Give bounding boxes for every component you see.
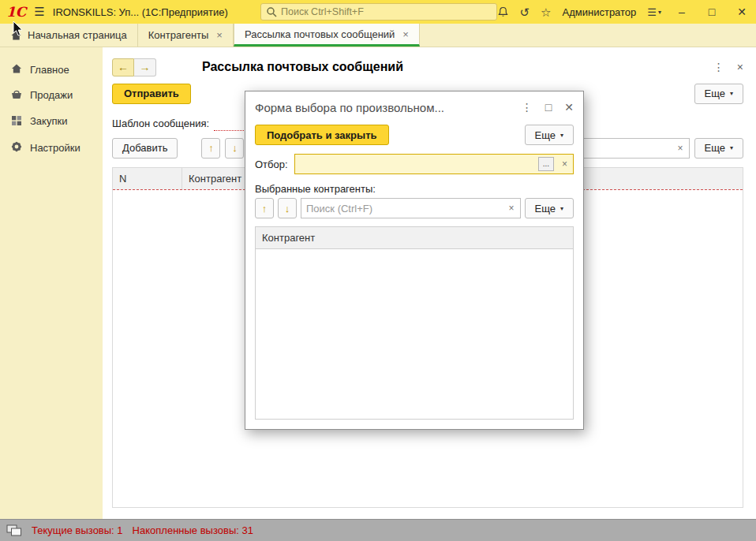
notifications-bell-icon[interactable] [497, 6, 509, 18]
app-title: IRONSKILLS: Уп... (1С:Предприятие) [53, 6, 228, 18]
tab-home[interactable]: Начальная страница [0, 24, 138, 47]
form-close-icon[interactable]: × [737, 62, 743, 73]
column-header-contractor[interactable]: Контрагент [182, 168, 248, 189]
favorites-star-icon[interactable]: ☆ [541, 6, 551, 18]
selection-dialog: Форма выбора по произвольном... ⋮ □ ✕ По… [245, 91, 584, 430]
sidebar-item-sales[interactable]: Продажи [0, 82, 103, 108]
dialog-maximize-icon[interactable]: □ [545, 102, 552, 113]
dialog-more-button[interactable]: Еще ▾ [525, 125, 574, 145]
dialog-header[interactable]: Форма выбора по произвольном... ⋮ □ ✕ [245, 91, 583, 123]
filter-input[interactable] [295, 159, 538, 170]
column-header-n[interactable]: N [113, 168, 182, 189]
dialog-title: Форма выбора по произвольном... [255, 101, 522, 114]
dialog-search-row: ↑ ↓ × Еще ▾ [245, 198, 583, 218]
sidebar: Главное Продажи Закупки [0, 47, 103, 519]
tab-contractors[interactable]: Контрагенты × [138, 24, 234, 47]
home-icon [9, 63, 23, 76]
statusbar: Текущие вызовы: 1 Накопленные вызовы: 31 [0, 519, 756, 541]
add-button[interactable]: Добавить [112, 138, 178, 159]
sidebar-item-label: Настройки [30, 142, 80, 154]
current-user-label: Администратор [563, 6, 637, 18]
accumulated-calls-value: 31 [241, 524, 253, 536]
minimize-button[interactable]: – [672, 6, 691, 18]
selected-contractors-table[interactable]: Контрагент [255, 226, 574, 420]
dialog-search-input[interactable] [301, 203, 503, 215]
selected-contractors-label: Выбранные контрагенты: [255, 183, 574, 195]
chevron-down-icon: ▾ [560, 205, 563, 212]
maximize-button[interactable]: □ [702, 6, 721, 18]
template-label: Шаблон сообщения: [112, 118, 209, 129]
dialog-search-field[interactable]: × [301, 198, 521, 218]
search-icon [266, 6, 277, 17]
pick-and-close-button[interactable]: Подобрать и закрыть [255, 125, 389, 145]
choose-button[interactable]: ... [538, 157, 554, 171]
back-button[interactable]: ← [112, 58, 134, 76]
current-calls-text: Текущие вызовы: 1 [32, 524, 123, 536]
form-actions: ⋮ × [713, 62, 743, 73]
sidebar-item-label: Главное [30, 64, 69, 76]
tab-close-icon[interactable]: × [402, 28, 409, 40]
clear-filter-icon[interactable]: × [556, 159, 573, 170]
tabbar: Начальная страница Контрагенты × Рассылк… [0, 24, 756, 47]
sidebar-item-purchases[interactable]: Закупки [0, 108, 103, 134]
tab-label: Контрагенты [148, 29, 209, 41]
back-arrow-icon: ← [118, 61, 129, 73]
current-calls-value: 1 [117, 524, 122, 536]
global-search-input[interactable] [281, 6, 492, 17]
arrow-up-icon: ↑ [262, 203, 268, 215]
column-header-contractor[interactable]: Контрагент [256, 227, 573, 249]
boxes-icon [9, 114, 23, 128]
filter-field[interactable]: ... × [294, 154, 574, 174]
arrow-down-icon: ↓ [285, 203, 290, 215]
chevron-down-icon: ▾ [730, 90, 733, 97]
main-menu-icon[interactable]: ☰ [34, 5, 44, 19]
send-button[interactable]: Отправить [112, 84, 191, 104]
global-search[interactable] [260, 3, 497, 21]
close-window-button[interactable]: ✕ [732, 6, 751, 18]
tab-label: Начальная страница [28, 29, 127, 41]
titlebar-right-cluster: ↺ ☆ Администратор ☰▾ – □ ✕ [497, 0, 752, 24]
tab-label: Рассылка почтовых сообщений [245, 28, 395, 40]
form-kebab-icon[interactable]: ⋮ [713, 62, 724, 73]
clear-search-icon[interactable]: × [503, 203, 520, 214]
dialog-close-icon[interactable]: ✕ [564, 102, 574, 113]
list-more-button[interactable]: Еще ▾ [694, 138, 743, 159]
clear-search-icon[interactable]: × [672, 143, 689, 154]
gear-icon [9, 140, 23, 155]
dialog-toolbar: Подобрать и закрыть Еще ▾ [245, 123, 583, 147]
move-down-button[interactable]: ↓ [225, 138, 244, 159]
arrow-up-icon: ↑ [208, 142, 214, 154]
tab-close-icon[interactable]: × [216, 29, 223, 41]
accumulated-calls-text: Накопленные вызовы: 31 [133, 524, 253, 536]
form-more-button[interactable]: Еще ▾ [694, 84, 743, 104]
page-title: Рассылка почтовых сообщений [202, 60, 403, 74]
history-icon[interactable]: ↺ [520, 6, 530, 18]
dialog-list-more-button[interactable]: Еще ▾ [525, 198, 574, 218]
arrow-down-icon: ↓ [232, 142, 238, 154]
basket-icon [9, 88, 23, 102]
chevron-down-icon: ▾ [730, 144, 733, 151]
sidebar-item-label: Продажи [30, 89, 73, 101]
sidebar-item-label: Закупки [30, 115, 67, 127]
sidebar-item-main[interactable]: Главное [0, 57, 103, 82]
forward-arrow-icon: → [140, 61, 151, 73]
move-up-button[interactable]: ↑ [201, 138, 220, 159]
titlebar: 1С ☰ IRONSKILLS: Уп... (1С:Предприятие) … [0, 0, 756, 24]
forward-button[interactable]: → [134, 58, 156, 76]
form-header: ← → Рассылка почтовых сообщений [112, 57, 403, 77]
move-up-button[interactable]: ↑ [255, 198, 274, 218]
tab-mailing[interactable]: Рассылка почтовых сообщений × [234, 24, 420, 47]
performance-monitor-icon[interactable] [6, 524, 22, 537]
home-icon [10, 30, 22, 41]
dialog-kebab-icon[interactable]: ⋮ [522, 102, 533, 113]
1c-logo-icon: 1С [6, 4, 26, 20]
move-down-button[interactable]: ↓ [278, 198, 297, 218]
filter-label: Отбор: [255, 159, 288, 170]
filter-row: Отбор: ... × [245, 153, 583, 175]
dialog-header-icons: ⋮ □ ✕ [522, 102, 574, 113]
sidebar-item-settings[interactable]: Настройки [0, 134, 103, 161]
chevron-down-icon: ▾ [560, 132, 563, 139]
service-menu-icon[interactable]: ☰▾ [647, 6, 661, 18]
